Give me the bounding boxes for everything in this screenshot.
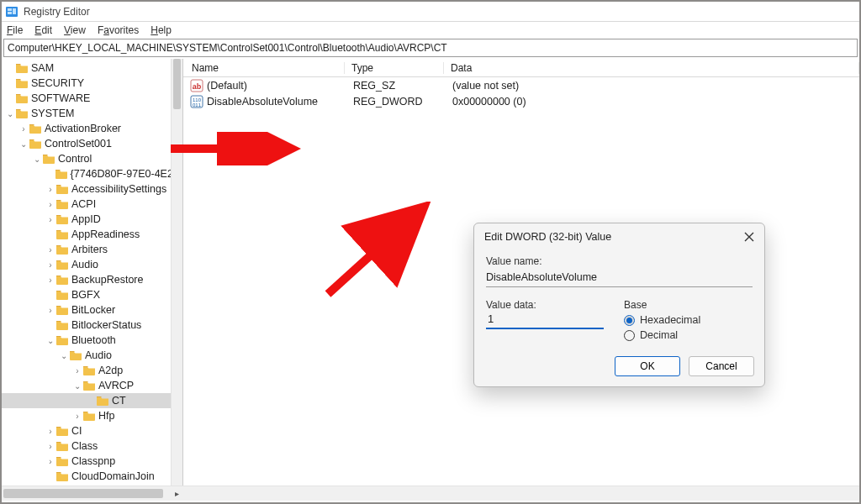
folder-icon: [55, 259, 69, 270]
chevron-right-icon[interactable]: ›: [45, 306, 55, 315]
tree-label: BGFX: [71, 289, 100, 301]
tree-label: Bluetooth: [71, 334, 116, 346]
folder-icon: [82, 410, 96, 422]
value-data-input[interactable]: [486, 311, 604, 329]
tree-node[interactable]: ›CI: [2, 423, 182, 438]
tree-scrollbar[interactable]: [171, 59, 182, 486]
folder-icon: [69, 349, 82, 361]
tree-node[interactable]: ⌄Bluetooth: [2, 333, 182, 348]
folder-icon: [55, 334, 69, 346]
hscroll-thumb[interactable]: [3, 489, 163, 498]
chevron-right-icon[interactable]: ›: [45, 215, 55, 224]
value-name-label: Value name:: [486, 255, 753, 267]
folder-icon: [55, 213, 69, 225]
tree-label: Audio: [71, 259, 98, 270]
tree-label: CT: [112, 395, 126, 407]
folder-icon: [15, 77, 29, 89]
chevron-down-icon[interactable]: ⌄: [45, 336, 55, 345]
tree-node[interactable]: SECURITY: [2, 76, 182, 91]
tree-node[interactable]: ›ACPI: [2, 197, 182, 212]
tree-node[interactable]: SOFTWARE: [2, 91, 182, 106]
tree-node[interactable]: ›BackupRestore: [2, 272, 182, 287]
tree-node[interactable]: ›Arbiters: [2, 242, 182, 257]
tree-label: ActivationBroker: [45, 123, 121, 134]
chevron-right-icon[interactable]: ›: [45, 457, 55, 466]
tree-label: SECURITY: [31, 77, 84, 89]
chevron-right-icon[interactable]: ›: [45, 245, 55, 255]
folder-icon: [82, 365, 96, 376]
tree-node[interactable]: SAM: [2, 60, 182, 76]
tree-node[interactable]: AppReadiness: [2, 227, 182, 242]
menu-view[interactable]: View: [64, 24, 86, 36]
radio-decimal[interactable]: Decimal: [624, 329, 753, 341]
chevron-right-icon[interactable]: ›: [45, 200, 55, 209]
edit-dword-dialog: Edit DWORD (32-bit) Value Value name: Di…: [473, 223, 765, 387]
tree-scrollbar-thumb[interactable]: [173, 59, 181, 109]
chevron-right-icon[interactable]: ›: [45, 427, 55, 436]
radio-hexadecimal[interactable]: Hexadecimal: [624, 314, 753, 326]
address-bar[interactable]: Computer\HKEY_LOCAL_MACHINE\SYSTEM\Contr…: [3, 39, 858, 57]
tree-label: Audio: [85, 349, 112, 361]
tree-node[interactable]: ›Hfp: [2, 408, 182, 423]
folder-icon: [55, 168, 68, 180]
chevron-right-icon[interactable]: ›: [45, 185, 55, 194]
tree-node[interactable]: ⌄ControlSet001: [2, 136, 182, 151]
chevron-right-icon[interactable]: ›: [72, 412, 82, 421]
registry-tree[interactable]: SAMSECURITYSOFTWARE⌄SYSTEM›ActivationBro…: [2, 59, 182, 484]
tree-label: SYSTEM: [31, 108, 74, 119]
tree-node[interactable]: ›AppID: [2, 212, 182, 227]
tree-label: Control: [58, 153, 92, 165]
tree-node[interactable]: ›Audio: [2, 257, 182, 272]
chevron-down-icon[interactable]: ⌄: [59, 351, 69, 360]
tree-node[interactable]: BitlockerStatus: [2, 318, 182, 333]
svg-rect-1: [8, 8, 12, 11]
workspace: SAMSECURITYSOFTWARE⌄SYSTEM›ActivationBro…: [2, 59, 859, 486]
tree-node[interactable]: ⌄Control: [2, 151, 182, 166]
menu-edit[interactable]: Edit: [34, 24, 52, 36]
menu-favorites[interactable]: Favorites: [98, 24, 139, 36]
tree-node[interactable]: {7746D80F-97E0-4E26-: [2, 166, 182, 181]
menu-help[interactable]: Help: [151, 24, 172, 36]
chevron-right-icon[interactable]: ›: [45, 442, 55, 451]
chevron-down-icon[interactable]: ⌄: [5, 109, 15, 118]
tree-node[interactable]: ›BitLocker: [2, 302, 182, 318]
tree-label: AppID: [71, 213, 101, 225]
tree-node[interactable]: ›Classpnp: [2, 454, 182, 469]
close-icon[interactable]: [742, 230, 756, 244]
chevron-right-icon[interactable]: ›: [18, 124, 29, 134]
value-name-field: DisableAbsoluteVolume: [486, 269, 753, 287]
svg-rect-3: [13, 8, 16, 14]
tree-node[interactable]: ⌄Audio: [2, 348, 182, 363]
svg-line-10: [328, 212, 419, 294]
folder-icon: [15, 62, 29, 74]
chevron-down-icon[interactable]: ⌄: [32, 155, 42, 164]
folder-icon: [55, 455, 69, 467]
tree-node[interactable]: ⌄SYSTEM: [2, 106, 182, 121]
tree-node[interactable]: ›ActivationBroker: [2, 121, 182, 136]
tree-node[interactable]: ›A2dp: [2, 363, 182, 378]
tree-label: BackupRestore: [71, 274, 143, 286]
folder-icon: [55, 244, 69, 255]
chevron-right-icon[interactable]: ›: [45, 276, 55, 285]
hscroll-right-icon[interactable]: ▸: [170, 486, 183, 501]
chevron-down-icon[interactable]: ⌄: [18, 139, 29, 149]
tree-label: Arbiters: [71, 244, 108, 255]
tree-node[interactable]: ›AccessibilitySettings: [2, 181, 182, 197]
base-label: Base: [624, 299, 753, 311]
tree-node[interactable]: ⌄AVRCP: [2, 378, 182, 393]
radio-icon: [624, 330, 635, 341]
chevron-down-icon[interactable]: ⌄: [72, 381, 82, 391]
tree-node[interactable]: CT: [2, 393, 182, 408]
tree-node[interactable]: BGFX: [2, 287, 182, 302]
tree-node[interactable]: ›Class: [2, 438, 182, 454]
tree-node[interactable]: CloudDomainJoin: [2, 469, 182, 484]
menu-file[interactable]: File: [7, 24, 23, 36]
tree-label: BitLocker: [71, 304, 115, 316]
chevron-right-icon[interactable]: ›: [72, 366, 82, 375]
horizontal-scrollbar[interactable]: ▸: [2, 486, 859, 501]
chevron-right-icon[interactable]: ›: [45, 260, 55, 270]
tree-label: AccessibilitySettings: [71, 183, 166, 195]
cancel-button[interactable]: Cancel: [689, 356, 754, 376]
tree-label: CI: [71, 425, 82, 437]
ok-button[interactable]: OK: [615, 356, 680, 376]
